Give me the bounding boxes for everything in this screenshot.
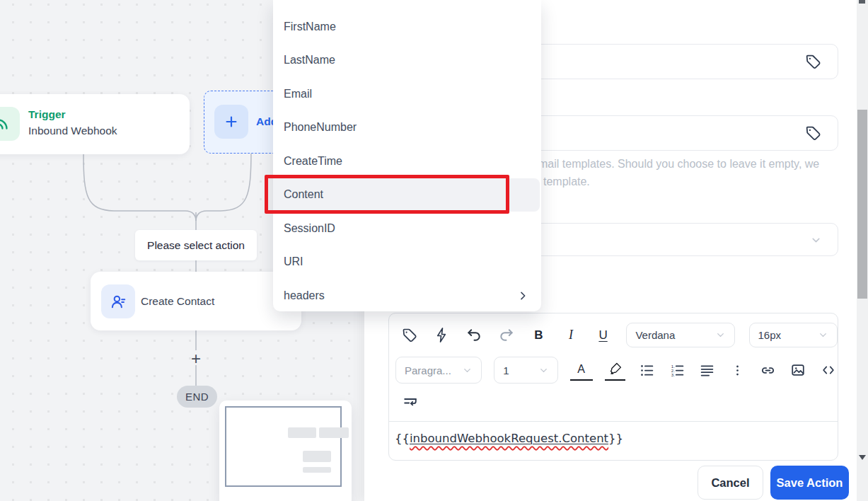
chevron-down-icon xyxy=(715,330,726,340)
dropdown-item-firstname[interactable]: FirstName xyxy=(273,10,541,44)
dropdown-item-content[interactable]: Content xyxy=(273,178,540,212)
action-prompt-label: Please select action xyxy=(135,230,257,260)
line-height-value: 1 xyxy=(503,364,533,376)
chevron-down-icon xyxy=(538,365,549,376)
text-wrap-icon xyxy=(403,395,418,410)
font-family-value: Verdana xyxy=(635,329,709,341)
link-icon xyxy=(760,362,776,379)
vertical-ellipsis-icon xyxy=(731,364,744,377)
tag-icon[interactable] xyxy=(804,125,822,142)
braces-close: }} xyxy=(608,432,623,445)
trigger-subtitle: Inbound Webhook xyxy=(28,125,117,137)
font-family-select[interactable]: Verdana xyxy=(626,323,734,347)
bold-button[interactable]: B xyxy=(530,326,548,345)
dropdown-item-email[interactable]: Email xyxy=(273,77,541,111)
align-button[interactable] xyxy=(698,361,717,379)
add-step-plus[interactable]: + xyxy=(186,349,206,369)
headers-label: headers xyxy=(284,289,325,302)
font-size-value: 16px xyxy=(758,329,813,341)
plus-icon xyxy=(214,105,248,139)
text-wrap-button[interactable] xyxy=(401,393,419,412)
image-icon xyxy=(790,362,806,378)
chevron-down-icon xyxy=(462,365,473,376)
minimap-card xyxy=(219,401,352,501)
bullet-list-icon xyxy=(640,363,654,378)
dropdown-item-lastname[interactable]: LastName xyxy=(273,44,541,78)
lightning-icon xyxy=(434,327,450,343)
paragraph-style-select[interactable]: Paragra... xyxy=(395,357,482,384)
hint-line-2: template. xyxy=(538,173,819,190)
line-height-select[interactable]: 1 xyxy=(494,357,558,384)
text-color-button[interactable]: A xyxy=(570,360,593,381)
tag-icon[interactable] xyxy=(804,53,822,71)
webhook-icon xyxy=(0,107,20,141)
redo-button[interactable] xyxy=(497,326,516,345)
tag-icon xyxy=(401,327,418,344)
workflow-builder-screen: Trigger Inbound Webhook Add Please selec… xyxy=(0,0,868,501)
svg-text:3.: 3. xyxy=(671,372,674,376)
braces-open: {{ xyxy=(395,432,410,445)
code-icon xyxy=(821,362,836,378)
minimap-bar xyxy=(303,467,331,473)
dropdown-item-uri[interactable]: URI xyxy=(273,246,541,280)
template-hint-text: mail templates. Should you choose to lea… xyxy=(538,155,819,190)
font-size-select[interactable]: 16px xyxy=(749,323,838,347)
end-node: END xyxy=(177,386,217,408)
code-view-button[interactable] xyxy=(819,361,838,379)
hint-line-1: mail templates. Should you choose to lea… xyxy=(538,155,819,173)
dropdown-item-createtime[interactable]: CreateTime xyxy=(273,144,541,178)
quick-action-button[interactable] xyxy=(433,326,451,345)
redo-icon xyxy=(498,327,514,343)
create-contact-label: Create Contact xyxy=(141,295,214,308)
dropdown-item-headers[interactable]: headers xyxy=(273,279,541,313)
insert-link-button[interactable] xyxy=(759,361,777,379)
scrollbar-down-arrow[interactable] xyxy=(859,455,866,460)
highlight-color-button[interactable] xyxy=(605,359,626,381)
dropdown-item-sessionid[interactable]: SessionID xyxy=(273,212,541,246)
scrollbar-up-arrow[interactable] xyxy=(859,0,865,4)
highlighter-icon xyxy=(608,362,622,376)
minimap-viewport xyxy=(225,406,342,487)
italic-button[interactable]: I xyxy=(562,326,580,345)
chevron-down-icon xyxy=(810,234,822,246)
undo-button[interactable] xyxy=(465,326,483,345)
trigger-title: Trigger xyxy=(28,108,66,121)
ordered-list-icon: 1. 2. 3. xyxy=(670,363,685,378)
variable-token: inboundWebhookRequest.Content xyxy=(410,432,608,445)
contact-icon xyxy=(101,284,135,318)
underline-button[interactable]: U xyxy=(594,326,613,345)
minimap-bar xyxy=(319,427,349,438)
minimap-bar xyxy=(303,451,331,462)
align-icon xyxy=(700,363,714,378)
more-options-button[interactable] xyxy=(729,361,747,379)
ordered-list-button[interactable]: 1. 2. 3. xyxy=(668,361,686,379)
bullet-list-button[interactable] xyxy=(637,361,656,379)
insert-image-button[interactable] xyxy=(789,361,807,379)
variable-dropdown: FirstName LastName Email PhoneNumber Cre… xyxy=(273,0,541,311)
editor-content[interactable]: {{inboundWebhookRequest.Content}} xyxy=(389,422,838,455)
scrollbar[interactable] xyxy=(857,0,868,501)
minimap-bar xyxy=(288,427,316,438)
scrollbar-thumb[interactable] xyxy=(857,110,867,299)
save-action-button[interactable]: Save Action xyxy=(770,466,849,500)
undo-icon xyxy=(466,327,482,343)
chevron-right-icon xyxy=(517,290,528,301)
paragraph-style-value: Paragra... xyxy=(405,364,456,376)
insert-variable-button[interactable] xyxy=(400,326,419,345)
dropdown-item-phonenumber[interactable]: PhoneNumber xyxy=(273,111,541,145)
chevron-down-icon xyxy=(818,330,828,340)
cancel-button[interactable]: Cancel xyxy=(698,466,763,500)
rich-text-editor: B I U Verdana 16px Paragra... 1 xyxy=(388,313,838,461)
